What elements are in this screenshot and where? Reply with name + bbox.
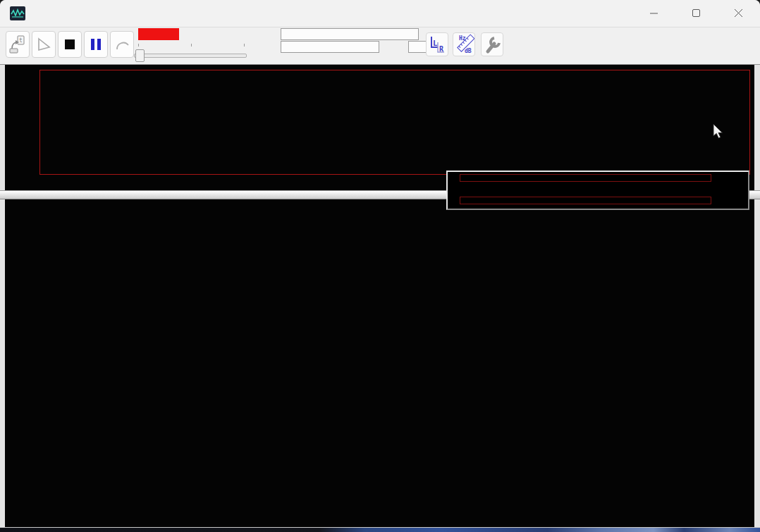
taskbar-strip [0,527,760,532]
stop-icon [61,35,79,54]
transport-stop-button[interactable] [58,31,82,58]
waveform-plot [40,70,749,174]
minimize-button[interactable] [633,0,675,27]
level-meter [446,171,749,210]
maximize-button[interactable] [675,0,718,27]
wave-format-field [281,28,419,40]
wrench-icon [482,34,502,55]
svg-text:R: R [439,45,444,53]
svg-text:t: t [19,37,23,44]
meter-left-bar [460,174,711,182]
settings-button[interactable] [481,32,503,56]
titlebar[interactable] [0,0,760,27]
lr-channels-icon: L R [427,34,447,55]
pause-icon [87,35,105,54]
desktop: t [0,0,760,532]
meter-right-bar [460,197,711,204]
transport-play-button[interactable] [32,31,56,58]
window-controls [633,0,760,27]
rec-in-status-badge [138,28,179,40]
client-area [0,65,760,527]
lr-display-button[interactable]: L R [426,32,448,56]
svg-text:dB: dB [465,48,472,54]
record-input-icon: t [8,35,27,54]
slider-thumb[interactable] [135,49,145,62]
slider-tick [191,44,192,47]
transport-pause-button[interactable] [84,31,108,58]
transport-record-input-button[interactable]: t [6,31,30,58]
play-flag-icon [35,35,53,54]
wavespectra-window: t [0,0,760,532]
transport-loop-button[interactable] [110,31,134,58]
slider-tick [138,44,139,47]
slider-track[interactable] [134,54,247,58]
svg-text:L: L [433,39,438,48]
toolbar: t [0,27,760,65]
spectrum-plot [0,199,760,527]
slider-tick [244,44,245,47]
hz-db-scale-button[interactable]: Hz dB [453,32,475,56]
hz-db-ruler-icon: Hz dB [453,34,474,55]
loop-arc-icon [113,35,131,54]
close-button[interactable] [718,0,760,27]
app-icon [10,6,25,21]
fft-settings-field [281,41,379,53]
svg-text:Hz: Hz [459,35,466,42]
spectrum-panel [0,199,760,527]
position-slider[interactable] [134,49,247,61]
